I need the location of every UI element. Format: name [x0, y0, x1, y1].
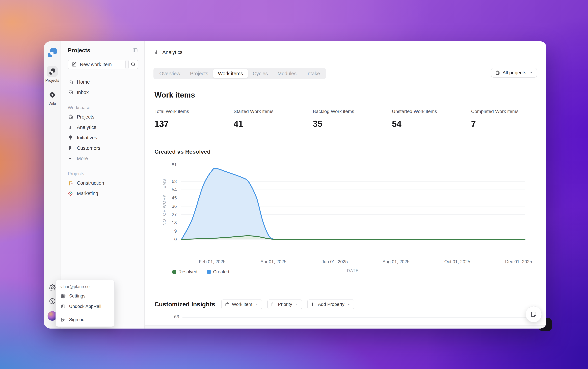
sidebar-item-label: More — [77, 156, 88, 161]
stat-completed: Completed Work items 7 — [471, 109, 546, 129]
user-menu-popup: vihar@plane.so Settings Undock AppRail S… — [56, 280, 115, 327]
stat-backlog: Backlog Work items 35 — [313, 109, 392, 129]
sidebar-item-analytics[interactable]: Analytics — [68, 122, 138, 133]
svg-text:Apr 01, 2025: Apr 01, 2025 — [260, 259, 286, 264]
chevron-down-icon — [347, 302, 351, 306]
svg-text:Oct 01, 2025: Oct 01, 2025 — [444, 259, 470, 264]
calendar-icon — [271, 302, 276, 307]
sidebar-item-marketing[interactable]: Marketing — [68, 188, 138, 199]
menu-item-sign-out[interactable]: Sign out — [56, 314, 114, 325]
insights-heading: Customized Insights — [155, 301, 215, 308]
user-email: vihar@plane.so — [56, 281, 114, 291]
chevron-down-icon — [294, 302, 299, 306]
feedback-note-button[interactable] — [526, 306, 542, 322]
menu-item-settings[interactable]: Settings — [56, 291, 114, 301]
building-icon — [68, 145, 73, 151]
ellipsis-icon — [68, 156, 73, 161]
created-vs-resolved-chart: 0918273645546381Feb 01, 2025Apr 01, 2025… — [159, 160, 542, 277]
sidebar-item-label: Initiatives — [77, 135, 97, 141]
sidebar-item-label: Marketing — [77, 191, 98, 196]
svg-text:Feb 01, 2025: Feb 01, 2025 — [199, 259, 225, 264]
main-area: Analytics Overview Projects Work items C… — [145, 41, 546, 328]
briefcase-icon — [68, 114, 73, 120]
all-projects-label: All projects — [502, 70, 526, 76]
tab-projects[interactable]: Projects — [185, 69, 213, 78]
projects-app-icon[interactable] — [47, 66, 58, 77]
breadcrumb: Analytics — [162, 49, 183, 55]
sidebar-item-label: Home — [77, 79, 90, 85]
tab-cycles[interactable]: Cycles — [248, 69, 273, 78]
wiki-app-icon[interactable] — [47, 90, 58, 100]
stat-label: Completed Work items — [471, 109, 546, 114]
legend-item-created: Created — [207, 269, 229, 275]
new-work-item-button[interactable]: New work item — [68, 60, 126, 69]
svg-text:27: 27 — [172, 212, 177, 217]
tab-overview[interactable]: Overview — [155, 69, 185, 78]
svg-text:Jun 01, 2025: Jun 01, 2025 — [322, 259, 348, 264]
settings-gear-icon[interactable] — [49, 284, 56, 291]
tab-modules[interactable]: Modules — [273, 69, 301, 78]
gear-icon — [60, 293, 66, 298]
tab-intake[interactable]: Intake — [302, 69, 325, 78]
sidebar-item-label: Projects — [77, 114, 94, 120]
menu-item-label: Settings — [69, 293, 86, 299]
customized-insights-header: Customized Insights Work item Priority — [155, 299, 354, 309]
sidebar-item-more[interactable]: More — [68, 153, 138, 164]
sliders-icon — [311, 302, 316, 307]
svg-text:Aug 01, 2025: Aug 01, 2025 — [382, 259, 410, 264]
tab-work-items[interactable]: Work items — [213, 69, 247, 78]
collapse-sidebar-icon[interactable] — [132, 48, 138, 53]
sidebar-section-projects: Projects — [68, 170, 138, 178]
sidebar-section-workspace: Workspace — [68, 103, 138, 112]
search-button[interactable] — [128, 60, 138, 69]
add-property-dropdown[interactable]: Add Property — [307, 299, 354, 309]
sidebar-item-label: Customers — [77, 145, 100, 151]
bar-chart-icon — [68, 124, 73, 130]
rail-item-wiki[interactable]: Wiki — [47, 90, 58, 106]
legend-item-resolved: Resolved — [172, 269, 197, 275]
bottom-strip — [145, 326, 546, 328]
all-projects-dropdown[interactable]: All projects — [491, 68, 537, 78]
help-icon[interactable] — [49, 298, 56, 305]
filter-label: Work item — [232, 302, 252, 307]
svg-text:54: 54 — [172, 187, 177, 192]
chart-title: Created vs Resolved — [155, 148, 211, 155]
sidebar-title: Projects — [68, 47, 90, 53]
resolved-swatch — [172, 270, 176, 274]
sidebar-item-initiatives[interactable]: Initiatives — [68, 133, 138, 143]
insights-chart-ytick: 63 — [165, 314, 179, 319]
menu-item-label: Undock AppRail — [69, 304, 101, 309]
wiki-diamond-icon — [49, 92, 56, 98]
stat-started: Started Work items 41 — [234, 109, 313, 129]
sidebar-item-label: Construction — [77, 180, 104, 186]
sidebar-item-customers[interactable]: Customers — [68, 143, 138, 153]
chevron-down-icon — [529, 71, 533, 75]
sign-out-icon — [60, 317, 66, 322]
briefcase-icon — [495, 70, 500, 75]
app-window: Projects Wiki Projects — [44, 41, 546, 328]
briefcase-icon — [225, 302, 230, 307]
svg-text:9: 9 — [174, 229, 177, 234]
svg-text:18: 18 — [172, 220, 177, 225]
svg-text:36: 36 — [172, 204, 177, 209]
insights-chart-gridline — [183, 317, 538, 318]
rail-label-projects: Projects — [45, 78, 59, 83]
stat-label: Total Work items — [155, 109, 234, 114]
sidebar-item-construction[interactable]: Construction — [68, 178, 138, 188]
inbox-icon — [68, 90, 73, 95]
legend-label: Resolved — [178, 269, 197, 275]
projects-logo-icon — [49, 69, 55, 74]
menu-item-undock-apprail[interactable]: Undock AppRail — [56, 301, 114, 312]
stat-label: Backlog Work items — [313, 109, 392, 114]
rail-item-projects[interactable]: Projects — [45, 66, 59, 83]
sidebar-item-home[interactable]: Home — [68, 77, 138, 87]
work-item-filter-dropdown[interactable]: Work item — [221, 299, 262, 309]
undock-panel-icon — [60, 304, 66, 309]
sidebar-item-inbox[interactable]: Inbox — [68, 87, 138, 98]
priority-filter-dropdown[interactable]: Priority — [267, 299, 302, 309]
legend-label: Created — [213, 269, 229, 275]
plane-logo[interactable] — [48, 48, 57, 57]
svg-text:Dec 01, 2025: Dec 01, 2025 — [505, 259, 532, 264]
sidebar-item-projects[interactable]: Projects — [68, 112, 138, 122]
menu-divider — [56, 313, 114, 313]
